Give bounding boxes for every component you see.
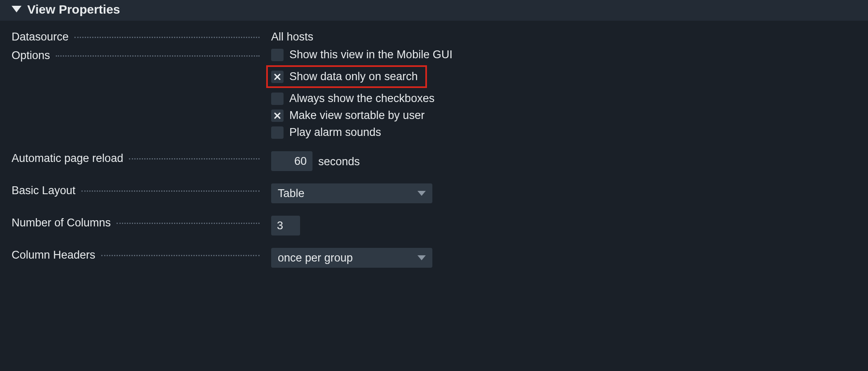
option-checkbox[interactable] [271, 71, 284, 83]
dotted-leader [74, 34, 260, 38]
columns-label: Number of Columns [12, 216, 115, 229]
row-layout: Basic Layout Table [12, 183, 868, 203]
reload-label: Automatic page reload [12, 152, 127, 165]
datasource-value: All hosts [271, 30, 313, 43]
layout-select-wrap: Table [271, 183, 432, 203]
dotted-leader [129, 155, 260, 159]
reload-unit: seconds [318, 155, 360, 168]
label-col: Datasource [12, 30, 260, 43]
options-label: Options [12, 49, 54, 62]
label-col: Options [12, 48, 260, 62]
value-col: seconds [260, 151, 360, 171]
row-columns: Number of Columns [12, 216, 868, 235]
value-col: once per group [260, 248, 432, 268]
dotted-leader [101, 252, 260, 256]
section-content: Datasource All hosts Options Show this v… [0, 21, 868, 268]
dotted-leader [117, 220, 260, 224]
row-datasource: Datasource All hosts [12, 30, 868, 43]
option-checkbox[interactable] [271, 126, 284, 139]
row-headers: Column Headers once per group [12, 248, 868, 268]
highlight-box: Show data only on search [266, 65, 427, 88]
section-header[interactable]: View Properties [0, 0, 868, 21]
headers-select-wrap: once per group [271, 248, 432, 268]
label-col: Number of Columns [12, 216, 260, 229]
layout-label: Basic Layout [12, 184, 80, 197]
layout-select[interactable]: Table [271, 183, 432, 203]
datasource-label: Datasource [12, 31, 73, 43]
option-item: Show data only on search [271, 65, 453, 88]
option-checkbox[interactable] [271, 49, 284, 61]
headers-select[interactable]: once per group [271, 248, 432, 268]
label-col: Column Headers [12, 248, 260, 262]
options-list: Show this view in the Mobile GUIShow dat… [260, 48, 453, 139]
option-checkbox[interactable] [271, 93, 284, 105]
option-label: Make view sortable by user [289, 109, 424, 122]
headers-label: Column Headers [12, 249, 100, 262]
reload-input[interactable] [271, 151, 312, 171]
value-col [260, 216, 300, 235]
option-item: Make view sortable by user [271, 109, 453, 122]
dotted-leader [56, 52, 260, 57]
option-label: Show data only on search [289, 70, 418, 83]
value-col: Table [260, 183, 432, 203]
row-reload: Automatic page reload seconds [12, 151, 868, 171]
option-label: Always show the checkboxes [289, 92, 434, 105]
label-col: Basic Layout [12, 183, 260, 197]
option-label: Play alarm sounds [289, 126, 381, 139]
row-options: Options Show this view in the Mobile GUI… [12, 48, 868, 139]
view-properties-panel: View Properties Datasource All hosts Opt… [0, 0, 868, 268]
value-col: All hosts [260, 30, 313, 43]
option-item: Always show the checkboxes [271, 92, 453, 105]
option-item: Play alarm sounds [271, 126, 453, 139]
columns-input[interactable] [271, 216, 300, 235]
option-item: Show this view in the Mobile GUI [271, 48, 453, 61]
option-label: Show this view in the Mobile GUI [289, 48, 453, 61]
section-title: View Properties [27, 2, 120, 17]
dotted-leader [81, 188, 260, 192]
option-checkbox[interactable] [271, 109, 284, 122]
collapse-triangle-icon[interactable] [12, 6, 21, 12]
label-col: Automatic page reload [12, 151, 260, 165]
